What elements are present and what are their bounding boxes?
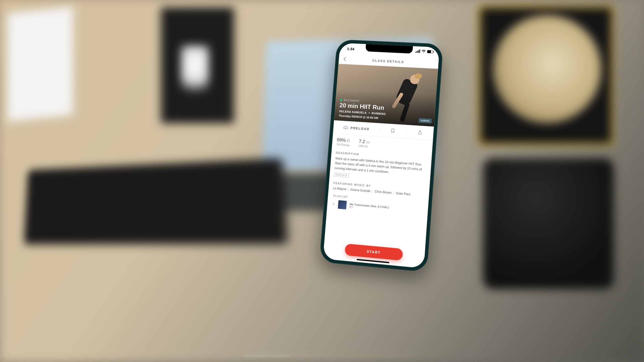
share-icon [417,130,423,135]
artist: Chris Brown [374,190,392,195]
start-button[interactable]: START [345,244,403,261]
thumbs-up-icon [346,139,350,142]
instructor-name: SELENA SAMUELA [339,110,367,114]
cellular-signal-icon [416,49,420,53]
artist: Ariana Grande [350,188,371,193]
share-button[interactable] [406,129,434,136]
battery-icon [427,50,433,53]
bookmark-button[interactable] [379,127,407,134]
stat-rating: 99% 104 Ratings [336,137,350,147]
difficulty-suffix: /10 [366,141,370,144]
artist: Sean Paul [396,192,411,196]
difficulty-value: 7.2 [359,139,365,144]
back-icon[interactable] [342,56,348,62]
phone-frame: 1:34 CLASS DETAILS [319,39,444,272]
stat-difficulty: 7.2 /10 Difficulty [358,139,370,148]
rating-percent: 99% [337,137,346,143]
preload-button[interactable]: PRELOAD [333,124,380,132]
preload-label: PRELOAD [350,126,370,131]
phone-device: 1:34 CLASS DETAILS [319,39,444,272]
track-album-art [338,200,347,209]
artist: Lil Wayne [333,187,346,191]
background-exercise-bike [483,158,614,289]
phone-screen: 1:34 CLASS DETAILS [323,43,440,268]
start-button-label: START [367,249,381,255]
background-treadmill [24,158,288,244]
bookmark-icon [390,128,395,133]
wifi-icon [422,50,426,53]
separator-dot-icon [369,112,370,113]
level-dot-icon [340,99,342,101]
class-hero-image: BEGINNER 20 min HIIT Run SELENA SAMUELA … [334,64,438,127]
rating-count-label: 104 Ratings [336,143,350,147]
explicit-tag: EXPLICIT [334,172,349,177]
background-wall-panels [8,7,73,121]
background-rocket-graphic [181,45,209,111]
background-moon [493,15,601,123]
class-category: RUNNING [372,112,386,115]
track-number: 1 [333,203,335,206]
audio-chip[interactable]: AUDIO [418,118,432,123]
difficulty-label: Difficulty [358,145,369,148]
nav-title: CLASS DETAILS [372,59,404,64]
status-time: 1:34 [347,47,354,51]
download-cloud-icon [343,125,348,130]
